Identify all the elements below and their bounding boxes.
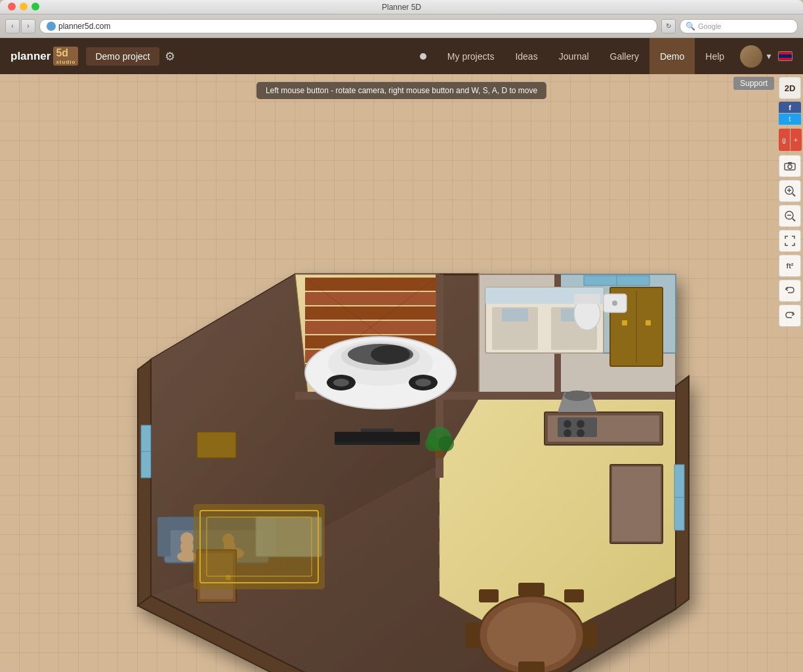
search-icon: 🔍 <box>686 22 695 31</box>
svg-rect-75 <box>584 622 597 648</box>
units-button[interactable]: ft² <box>779 255 801 277</box>
svg-rect-2 <box>788 162 792 164</box>
svg-point-86 <box>564 390 590 401</box>
app-content: planner 5d studio Demo project ⚙ My proj… <box>0 38 803 672</box>
project-name[interactable]: Demo project <box>86 47 159 66</box>
user-dropdown-arrow[interactable]: ▼ <box>765 52 773 61</box>
window-controls[interactable] <box>8 3 39 10</box>
svg-rect-22 <box>305 278 436 291</box>
svg-point-62 <box>180 532 194 545</box>
svg-rect-23 <box>305 292 436 305</box>
nav-area: My projects Ideas Journal Gallery Demo H… <box>420 38 793 74</box>
svg-rect-76 <box>564 589 584 602</box>
svg-rect-88 <box>612 467 661 541</box>
zoom-out-button[interactable] <box>779 205 801 227</box>
view-2d-button[interactable]: 2D <box>779 77 801 99</box>
browser-window: Planner 5D ‹ › planner5d.com ↻ 🔍 Google … <box>0 0 803 672</box>
fullscreen-button[interactable] <box>779 230 801 252</box>
back-button[interactable]: ‹ <box>5 19 20 33</box>
gplus-row: g + <box>779 129 802 151</box>
facebook-button[interactable]: f <box>779 102 801 113</box>
url-icon <box>47 22 56 31</box>
svg-point-82 <box>577 420 585 428</box>
logo-planner-text: planner <box>10 50 51 63</box>
svg-rect-89 <box>197 432 236 458</box>
nav-item-gallery[interactable]: Gallery <box>600 38 649 74</box>
svg-rect-24 <box>305 306 436 320</box>
svg-point-81 <box>564 420 571 428</box>
url-text: planner5d.com <box>58 22 110 31</box>
svg-rect-72 <box>518 583 545 596</box>
svg-point-35 <box>371 345 410 364</box>
svg-point-1 <box>788 165 792 169</box>
app-header: planner 5d studio Demo project ⚙ My proj… <box>0 38 803 74</box>
undo-button[interactable] <box>779 280 801 302</box>
right-sidebar: 2D f t g + <box>777 74 803 672</box>
svg-marker-16 <box>138 360 151 606</box>
svg-point-84 <box>577 429 585 437</box>
nav-item-my-projects[interactable]: My projects <box>437 38 505 74</box>
close-button[interactable] <box>8 3 16 10</box>
address-bar: ‹ › planner5d.com ↻ 🔍 Google <box>0 14 803 38</box>
zoom-in-button[interactable] <box>779 180 801 202</box>
svg-point-83 <box>564 429 571 437</box>
twitter-button[interactable]: t <box>779 114 801 125</box>
svg-rect-53 <box>574 294 600 304</box>
svg-rect-58 <box>157 517 171 556</box>
redo-button[interactable] <box>779 304 801 327</box>
googleplus-button[interactable]: g <box>779 129 790 151</box>
svg-point-71 <box>487 602 576 668</box>
nav-buttons[interactable]: ‹ › <box>5 19 35 33</box>
settings-icon[interactable]: ⚙ <box>165 49 175 64</box>
social-buttons: f t <box>779 102 801 125</box>
viewport[interactable]: Left mouse button - rotate camera, right… <box>0 74 803 672</box>
svg-point-55 <box>612 301 617 306</box>
forward-button[interactable]: › <box>21 19 35 33</box>
window-title: Planner 5D <box>382 3 421 12</box>
flag-icon <box>778 51 793 61</box>
svg-line-6 <box>793 194 795 196</box>
floor-plan-3d <box>20 110 735 672</box>
logo[interactable]: planner 5d studio <box>10 47 78 66</box>
svg-rect-48 <box>622 320 627 326</box>
svg-rect-77 <box>479 589 499 602</box>
logo-5d: 5d studio <box>53 47 78 66</box>
minimize-button[interactable] <box>20 3 28 10</box>
camera-button[interactable] <box>779 155 801 177</box>
maximize-button[interactable] <box>31 3 39 10</box>
svg-point-38 <box>333 379 349 387</box>
nav-item-ideas[interactable]: Ideas <box>504 38 548 74</box>
refresh-button[interactable]: ↻ <box>661 19 676 33</box>
user-avatar[interactable] <box>740 45 762 68</box>
browser-titlebar: Planner 5D <box>0 0 803 14</box>
googleplus-plus[interactable]: + <box>791 129 802 151</box>
svg-rect-69 <box>335 432 420 442</box>
viewport-tooltip: Left mouse button - rotate camera, right… <box>257 82 546 99</box>
search-box[interactable]: 🔍 Google <box>680 19 798 33</box>
status-dot <box>420 53 426 60</box>
search-placeholder: Google <box>698 22 721 30</box>
url-bar[interactable]: planner5d.com <box>39 19 657 33</box>
svg-point-93 <box>438 436 454 452</box>
svg-line-9 <box>793 219 795 221</box>
svg-point-39 <box>415 379 431 387</box>
svg-rect-74 <box>466 622 479 648</box>
svg-rect-73 <box>518 662 545 672</box>
support-button[interactable]: Support <box>733 77 774 90</box>
nav-item-demo[interactable]: Demo <box>649 38 695 74</box>
nav-item-journal[interactable]: Journal <box>548 38 600 74</box>
nav-item-help[interactable]: Help <box>695 38 735 74</box>
svg-rect-44 <box>502 308 528 322</box>
svg-rect-49 <box>646 320 651 326</box>
